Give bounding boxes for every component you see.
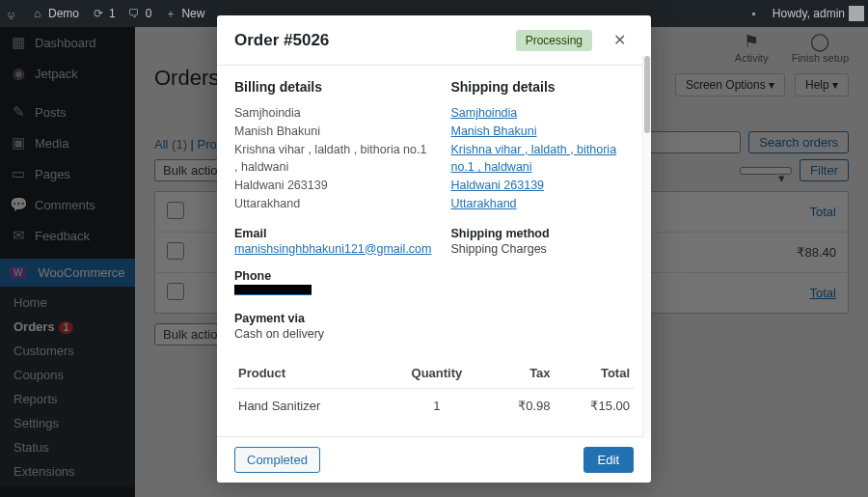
shipping-map-link[interactable]: Samjhoindia: [450, 104, 634, 123]
billing-details: Billing details Samjhoindia Manish Bhaku…: [234, 79, 431, 341]
order-items-table: Product Quantity Tax Total Hand Sanitize…: [234, 358, 634, 423]
shipping-method: Shipping Charges: [450, 242, 546, 256]
shipping-map-link[interactable]: Haldwani 263139: [450, 177, 634, 195]
billing-phone-redacted: [234, 285, 312, 295]
comments-bubble[interactable]: 🗨0: [127, 7, 152, 21]
avatar: [849, 6, 864, 21]
modal-scrollbar[interactable]: [642, 56, 651, 438]
item-qty: 1: [387, 388, 486, 423]
new-content[interactable]: ＋New: [163, 7, 204, 21]
modal-title: Order #5026: [234, 31, 329, 50]
wp-logo[interactable]: ⍹: [4, 7, 18, 21]
order-status-badge: Processing: [516, 30, 592, 51]
col-product: Product: [234, 358, 387, 389]
billing-email-link[interactable]: manishsinghbhakuni121@gmail.com: [234, 242, 431, 256]
item-total: ₹15.00: [555, 388, 634, 423]
item-tax: ₹0.98: [486, 388, 554, 423]
order-preview-modal: Order #5026 Processing ✕ Billing details…: [217, 15, 651, 483]
shipping-map-link[interactable]: Uttarakhand: [450, 195, 634, 213]
col-tax: Tax: [486, 358, 554, 389]
updates[interactable]: ⟳1: [91, 7, 116, 21]
billing-heading: Billing details: [234, 79, 431, 95]
item-name: Hand Sanitizer: [234, 388, 387, 423]
col-quantity: Quantity: [387, 358, 486, 389]
account-greeting[interactable]: Howdy, admin: [773, 6, 864, 21]
close-icon[interactable]: ✕: [606, 27, 634, 53]
notifications-icon[interactable]: ▪: [746, 7, 761, 21]
shipping-details: Shipping details Samjhoindia Manish Bhak…: [450, 79, 634, 341]
payment-method: Cash on delivery: [234, 327, 324, 341]
line-item-row: Hand Sanitizer 1 ₹0.98 ₹15.00: [234, 388, 634, 423]
shipping-map-link[interactable]: Krishna vihar , laldath , bithoria no.1 …: [450, 141, 634, 178]
shipping-map-link[interactable]: Manish Bhakuni: [450, 123, 634, 141]
site-home[interactable]: ⌂Demo: [30, 7, 79, 21]
edit-order-button[interactable]: Edit: [583, 447, 634, 473]
col-total: Total: [555, 358, 634, 389]
shipping-heading: Shipping details: [450, 79, 634, 95]
mark-completed-button[interactable]: Completed: [234, 447, 320, 473]
